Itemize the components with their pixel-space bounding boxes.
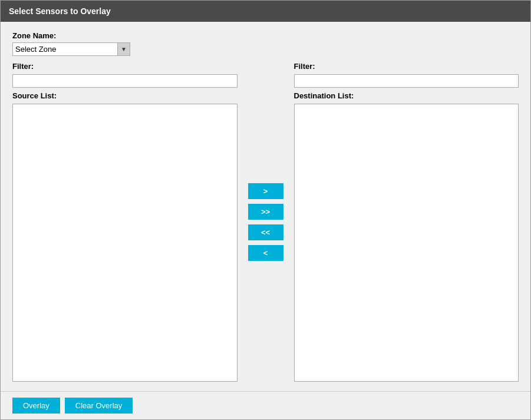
- dialog-title: Select Sensors to Overlay: [9, 6, 111, 16]
- source-list-label: Source List:: [12, 91, 238, 100]
- dialog-container: Select Sensors to Overlay Zone Name: Sel…: [0, 0, 531, 420]
- transfer-buttons-group: > >> << <: [238, 62, 294, 382]
- move-left-one-button[interactable]: <: [248, 245, 283, 261]
- zone-select-wrapper: Select Zone ▼: [12, 42, 130, 56]
- source-list-box[interactable]: [12, 104, 238, 382]
- move-left-all-button[interactable]: <<: [248, 224, 283, 240]
- dialog-header: Select Sensors to Overlay: [1, 1, 530, 22]
- destination-filter-label: Filter:: [294, 62, 519, 71]
- destination-list-label: Destination List:: [294, 91, 519, 100]
- zone-name-row: Zone Name: Select Zone ▼: [12, 31, 519, 56]
- destination-filter-input[interactable]: [294, 74, 519, 88]
- zone-select[interactable]: Select Zone: [12, 42, 130, 56]
- source-panel: Filter: Source List:: [12, 62, 238, 382]
- move-right-all-button[interactable]: >>: [248, 204, 283, 220]
- source-filter-label: Filter:: [12, 62, 238, 71]
- destination-list-box[interactable]: [294, 104, 519, 382]
- dialog-body: Zone Name: Select Zone ▼ Filter: Source …: [1, 22, 530, 391]
- destination-panel: Filter: Destination List:: [294, 62, 519, 382]
- source-filter-input[interactable]: [12, 74, 238, 88]
- two-panel: Filter: Source List: > >> << < Filter: D…: [12, 62, 519, 382]
- zone-name-label: Zone Name:: [12, 31, 519, 40]
- overlay-button[interactable]: Overlay: [12, 398, 60, 414]
- move-right-one-button[interactable]: >: [248, 183, 283, 199]
- dialog-footer: Overlay Clear Overlay: [1, 391, 530, 419]
- clear-overlay-button[interactable]: Clear Overlay: [65, 398, 133, 414]
